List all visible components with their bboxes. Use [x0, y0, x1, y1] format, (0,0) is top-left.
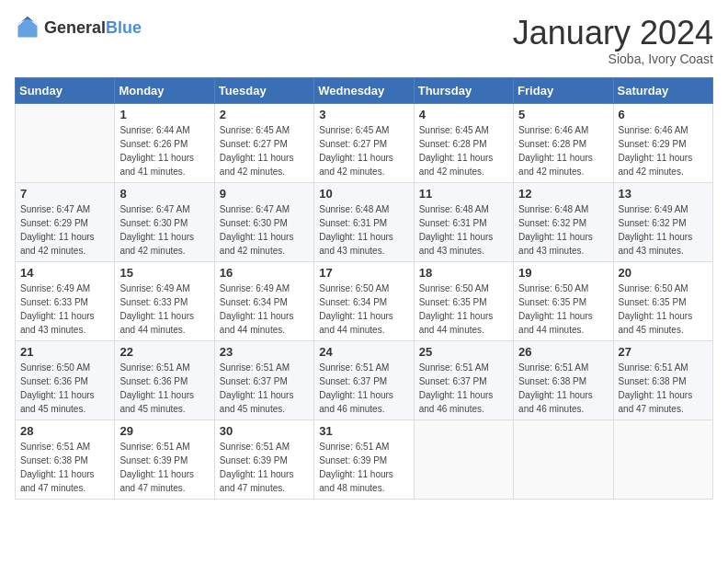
day-info: Sunrise: 6:50 AMSunset: 6:35 PMDaylight:… — [518, 282, 608, 337]
day-info: Sunrise: 6:45 AMSunset: 6:27 PMDaylight:… — [319, 123, 408, 178]
day-number: 1 — [119, 108, 209, 121]
calendar-cell: 28Sunrise: 6:51 AMSunset: 6:38 PMDayligh… — [16, 419, 115, 499]
calendar-cell: 10Sunrise: 6:48 AMSunset: 6:31 PMDayligh… — [314, 182, 414, 261]
header-tuesday: Tuesday — [214, 77, 313, 103]
day-number: 16 — [220, 266, 309, 280]
day-number: 17 — [319, 266, 408, 280]
day-info: Sunrise: 6:50 AMSunset: 6:34 PMDaylight:… — [319, 282, 408, 337]
calendar-cell: 19Sunrise: 6:50 AMSunset: 6:35 PMDayligh… — [514, 261, 613, 340]
calendar-cell: 5Sunrise: 6:46 AMSunset: 6:28 PMDaylight… — [514, 103, 613, 182]
day-number: 5 — [518, 108, 608, 121]
day-info: Sunrise: 6:47 AMSunset: 6:29 PMDaylight:… — [20, 202, 109, 258]
day-info: Sunrise: 6:50 AMSunset: 6:35 PMDaylight:… — [619, 282, 708, 337]
calendar-cell: 16Sunrise: 6:49 AMSunset: 6:34 PMDayligh… — [214, 261, 313, 340]
day-info: Sunrise: 6:46 AMSunset: 6:29 PMDaylight:… — [619, 123, 708, 178]
day-info: Sunrise: 6:51 AMSunset: 6:36 PMDaylight:… — [119, 361, 209, 416]
calendar-week-row: 21Sunrise: 6:50 AMSunset: 6:36 PMDayligh… — [16, 340, 713, 419]
calendar-header-row: SundayMondayTuesdayWednesdayThursdayFrid… — [16, 77, 713, 103]
day-number: 20 — [619, 266, 708, 280]
day-info: Sunrise: 6:51 AMSunset: 6:38 PMDaylight:… — [20, 440, 109, 495]
day-info: Sunrise: 6:44 AMSunset: 6:26 PMDaylight:… — [119, 123, 209, 178]
calendar-cell: 20Sunrise: 6:50 AMSunset: 6:35 PMDayligh… — [613, 261, 712, 340]
svg-marker-0 — [18, 18, 38, 38]
day-number: 15 — [119, 266, 209, 280]
calendar-week-row: 14Sunrise: 6:49 AMSunset: 6:33 PMDayligh… — [16, 261, 713, 340]
day-info: Sunrise: 6:50 AMSunset: 6:36 PMDaylight:… — [20, 361, 109, 416]
day-info: Sunrise: 6:51 AMSunset: 6:37 PMDaylight:… — [419, 361, 508, 416]
day-info: Sunrise: 6:48 AMSunset: 6:31 PMDaylight:… — [319, 202, 408, 258]
day-number: 23 — [220, 345, 309, 359]
day-number: 30 — [220, 424, 309, 438]
day-number: 22 — [119, 345, 209, 359]
day-info: Sunrise: 6:51 AMSunset: 6:39 PMDaylight:… — [119, 440, 209, 495]
day-info: Sunrise: 6:49 AMSunset: 6:33 PMDaylight:… — [119, 282, 209, 337]
header-saturday: Saturday — [613, 77, 712, 103]
logo-icon — [15, 15, 40, 40]
location-subtitle: Sioba, Ivory Coast — [513, 52, 713, 66]
day-info: Sunrise: 6:47 AMSunset: 6:30 PMDaylight:… — [119, 202, 209, 258]
day-number: 10 — [319, 187, 408, 201]
day-info: Sunrise: 6:51 AMSunset: 6:37 PMDaylight:… — [220, 361, 309, 416]
calendar-cell — [613, 419, 712, 499]
calendar-cell: 30Sunrise: 6:51 AMSunset: 6:39 PMDayligh… — [214, 419, 313, 499]
day-info: Sunrise: 6:51 AMSunset: 6:38 PMDaylight:… — [619, 361, 708, 416]
day-number: 9 — [220, 187, 309, 201]
calendar-cell: 8Sunrise: 6:47 AMSunset: 6:30 PMDaylight… — [115, 182, 214, 261]
day-number: 12 — [518, 187, 608, 201]
calendar-cell: 15Sunrise: 6:49 AMSunset: 6:33 PMDayligh… — [115, 261, 214, 340]
calendar-cell: 2Sunrise: 6:45 AMSunset: 6:27 PMDaylight… — [214, 103, 313, 182]
day-number: 26 — [518, 345, 608, 359]
calendar-cell: 14Sunrise: 6:49 AMSunset: 6:33 PMDayligh… — [16, 261, 115, 340]
day-number: 14 — [20, 266, 109, 280]
day-info: Sunrise: 6:51 AMSunset: 6:39 PMDaylight:… — [220, 440, 309, 495]
day-number: 11 — [419, 187, 508, 201]
calendar-cell — [414, 419, 513, 499]
day-info: Sunrise: 6:49 AMSunset: 6:33 PMDaylight:… — [20, 282, 109, 337]
day-info: Sunrise: 6:49 AMSunset: 6:32 PMDaylight:… — [619, 202, 708, 258]
calendar-cell: 7Sunrise: 6:47 AMSunset: 6:29 PMDaylight… — [16, 182, 115, 261]
header-sunday: Sunday — [16, 77, 115, 103]
calendar-week-row: 1Sunrise: 6:44 AMSunset: 6:26 PMDaylight… — [16, 103, 713, 182]
day-number: 25 — [419, 345, 508, 359]
day-number: 13 — [619, 187, 708, 201]
calendar-cell: 18Sunrise: 6:50 AMSunset: 6:35 PMDayligh… — [414, 261, 513, 340]
day-info: Sunrise: 6:51 AMSunset: 6:39 PMDaylight:… — [319, 440, 408, 495]
day-info: Sunrise: 6:46 AMSunset: 6:28 PMDaylight:… — [518, 123, 608, 178]
day-number: 27 — [619, 345, 708, 359]
day-info: Sunrise: 6:48 AMSunset: 6:31 PMDaylight:… — [419, 202, 508, 258]
calendar-cell — [16, 103, 115, 182]
calendar-cell: 3Sunrise: 6:45 AMSunset: 6:27 PMDaylight… — [314, 103, 414, 182]
calendar-cell: 1Sunrise: 6:44 AMSunset: 6:26 PMDaylight… — [115, 103, 214, 182]
day-number: 19 — [518, 266, 608, 280]
calendar-cell: 4Sunrise: 6:45 AMSunset: 6:28 PMDaylight… — [414, 103, 513, 182]
logo-general: General — [44, 18, 106, 37]
calendar-cell: 29Sunrise: 6:51 AMSunset: 6:39 PMDayligh… — [115, 419, 214, 499]
header-wednesday: Wednesday — [314, 77, 414, 103]
day-number: 7 — [20, 187, 109, 201]
day-info: Sunrise: 6:48 AMSunset: 6:32 PMDaylight:… — [518, 202, 608, 258]
calendar-cell: 31Sunrise: 6:51 AMSunset: 6:39 PMDayligh… — [314, 419, 414, 499]
calendar-cell: 27Sunrise: 6:51 AMSunset: 6:38 PMDayligh… — [613, 340, 712, 419]
calendar-week-row: 28Sunrise: 6:51 AMSunset: 6:38 PMDayligh… — [16, 419, 713, 499]
title-block: January 2024 Sioba, Ivory Coast — [513, 15, 713, 66]
calendar-cell: 24Sunrise: 6:51 AMSunset: 6:37 PMDayligh… — [314, 340, 414, 419]
day-number: 18 — [419, 266, 508, 280]
calendar-cell: 13Sunrise: 6:49 AMSunset: 6:32 PMDayligh… — [613, 182, 712, 261]
calendar-cell: 22Sunrise: 6:51 AMSunset: 6:36 PMDayligh… — [115, 340, 214, 419]
day-info: Sunrise: 6:45 AMSunset: 6:27 PMDaylight:… — [220, 123, 309, 178]
calendar-cell: 26Sunrise: 6:51 AMSunset: 6:38 PMDayligh… — [514, 340, 613, 419]
calendar-cell: 23Sunrise: 6:51 AMSunset: 6:37 PMDayligh… — [214, 340, 313, 419]
calendar-cell — [514, 419, 613, 499]
day-number: 29 — [119, 424, 209, 438]
calendar-cell: 12Sunrise: 6:48 AMSunset: 6:32 PMDayligh… — [514, 182, 613, 261]
day-info: Sunrise: 6:50 AMSunset: 6:35 PMDaylight:… — [419, 282, 508, 337]
day-number: 3 — [319, 108, 408, 121]
day-info: Sunrise: 6:47 AMSunset: 6:30 PMDaylight:… — [220, 202, 309, 258]
day-number: 4 — [419, 108, 508, 121]
header-friday: Friday — [514, 77, 613, 103]
logo-text: GeneralBlue — [44, 18, 142, 38]
calendar-table: SundayMondayTuesdayWednesdayThursdayFrid… — [15, 77, 713, 500]
calendar-week-row: 7Sunrise: 6:47 AMSunset: 6:29 PMDaylight… — [16, 182, 713, 261]
header-thursday: Thursday — [414, 77, 513, 103]
logo: GeneralBlue — [15, 15, 142, 40]
